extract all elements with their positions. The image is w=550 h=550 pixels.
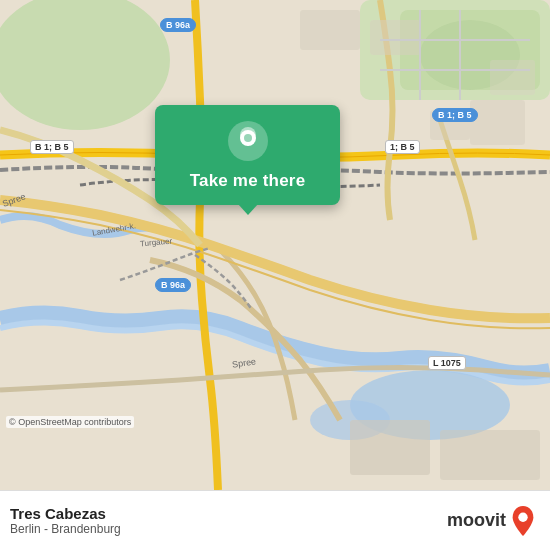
- map-container: B 96a B 1; B 5 B 1; B 5 1; B 5 B 1; B 5 …: [0, 0, 550, 490]
- svg-rect-7: [300, 10, 360, 50]
- svg-rect-13: [440, 430, 540, 480]
- location-title: Tres Cabezas: [10, 505, 121, 522]
- location-pin-icon: [226, 119, 270, 163]
- svg-rect-10: [470, 100, 525, 145]
- road-badge-b1b5-right: 1; B 5: [385, 140, 420, 154]
- popup-card: Take me there: [155, 105, 340, 205]
- bottom-bar: Tres Cabezas Berlin - Brandenburg moovit: [0, 490, 550, 550]
- moovit-wordmark: moovit: [447, 510, 506, 531]
- osm-attribution: © OpenStreetMap contributors: [6, 416, 134, 428]
- moovit-logo: moovit: [447, 505, 536, 537]
- svg-point-21: [518, 512, 527, 521]
- road-badge-b1b5-left: B 1; B 5: [30, 140, 74, 154]
- svg-rect-12: [350, 420, 430, 475]
- location-info: Tres Cabezas Berlin - Brandenburg: [10, 505, 121, 536]
- moovit-pin-icon: [510, 505, 536, 537]
- road-badge-b96a-top: B 96a: [160, 18, 196, 32]
- road-badge-b1b5-far: B 1; B 5: [432, 108, 478, 122]
- svg-rect-8: [370, 20, 420, 55]
- road-badge-l1075: L 1075: [428, 356, 466, 370]
- take-me-there-button[interactable]: Take me there: [190, 171, 306, 191]
- svg-rect-11: [490, 60, 535, 95]
- location-subtitle: Berlin - Brandenburg: [10, 522, 121, 536]
- road-badge-b96a-bottom: B 96a: [155, 278, 191, 292]
